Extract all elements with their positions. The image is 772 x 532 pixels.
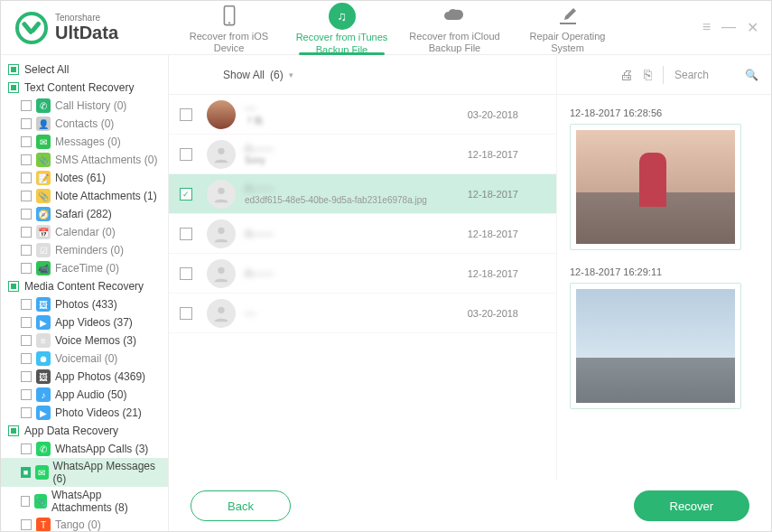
tab-1[interactable]: ♫Recover from iTunes Backup File	[285, 1, 398, 54]
checkbox-icon[interactable]	[21, 299, 32, 310]
checkbox-icon[interactable]	[21, 443, 32, 454]
sidebar-item[interactable]: ✆Call History (0)	[1, 97, 168, 115]
tab-label: Recover from iTunes Backup File	[289, 32, 395, 55]
checkbox-icon[interactable]	[21, 335, 32, 346]
message-row[interactable]: A——12-18-2017	[169, 214, 556, 254]
tab-2[interactable]: Recover from iCloud Backup File	[398, 1, 511, 54]
sidebar-item-label: Voice Memos (3)	[55, 334, 136, 347]
checkbox-icon[interactable]	[180, 148, 192, 161]
app-icon: ▶	[36, 315, 51, 330]
message-row[interactable]: —？我03-20-2018	[169, 95, 556, 135]
row-sub: ？我	[245, 115, 468, 127]
checkbox-icon[interactable]	[8, 82, 19, 93]
checkbox-icon[interactable]	[21, 353, 32, 364]
sidebar-item[interactable]: 📎WhatsApp Attachments (8)	[1, 487, 168, 516]
message-row[interactable]: A——12-18-2017	[169, 254, 556, 294]
checkbox-icon[interactable]: ✓	[180, 188, 192, 201]
checkbox-icon[interactable]	[21, 100, 32, 111]
select-all[interactable]: Select All	[1, 61, 168, 79]
checkbox-icon[interactable]	[21, 136, 32, 147]
checkbox-icon[interactable]	[21, 191, 32, 201]
checkbox-icon[interactable]	[21, 118, 32, 129]
message-row[interactable]: —03-20-2018	[169, 294, 556, 333]
show-all-count: (6)	[270, 69, 284, 81]
row-date: 03-20-2018	[468, 109, 545, 120]
sidebar-item[interactable]: 📹FaceTime (0)	[1, 259, 168, 277]
checkbox-icon[interactable]	[180, 267, 192, 280]
export-icon[interactable]: ⎘	[644, 67, 652, 82]
print-icon[interactable]: 🖨	[619, 67, 633, 82]
sidebar-item[interactable]: ♪App Audio (50)	[1, 386, 168, 404]
group-header[interactable]: Text Content Recovery	[1, 79, 168, 97]
sidebar-item[interactable]: 📎Note Attachments (1)	[1, 187, 168, 205]
app-icon: 🖼	[36, 297, 51, 312]
avatar	[207, 100, 236, 129]
checkbox-icon[interactable]	[180, 307, 192, 320]
preview-image[interactable]	[570, 283, 741, 409]
checkbox-icon[interactable]	[21, 317, 32, 328]
sidebar-item[interactable]: 📝Notes (61)	[1, 169, 168, 187]
sidebar-item-label: Contacts (0)	[55, 117, 114, 130]
app-icon: ✉	[35, 465, 49, 480]
sidebar-item[interactable]: ☑Reminders (0)	[1, 241, 168, 259]
sidebar-item[interactable]: ⏺Voicemail (0)	[1, 350, 168, 368]
checkbox-icon[interactable]	[180, 228, 192, 240]
sidebar-item[interactable]: 📅Calendar (0)	[1, 223, 168, 241]
app-icon: ♪	[36, 387, 51, 402]
sidebar-item[interactable]: 🖼App Photos (4369)	[1, 368, 168, 386]
recover-button[interactable]: Recover	[634, 490, 749, 521]
checkbox-icon[interactable]	[21, 227, 32, 238]
back-button[interactable]: Back	[191, 490, 291, 521]
checkbox-icon[interactable]	[21, 173, 32, 183]
checkbox-icon[interactable]	[21, 245, 32, 256]
group-header[interactable]: App Data Recovery	[1, 422, 168, 440]
sidebar-item[interactable]: ✆WhatsApp Calls (3)	[1, 440, 168, 458]
message-row[interactable]: A——Sony12-18-2017	[169, 135, 556, 174]
preview-image[interactable]	[570, 124, 741, 250]
checkbox-icon[interactable]	[21, 154, 32, 165]
sidebar-item[interactable]: ▶App Videos (37)	[1, 313, 168, 331]
sidebar-item-label: WhatsApp Attachments (8)	[51, 489, 161, 514]
checkbox-icon[interactable]	[21, 263, 32, 274]
checkbox-icon[interactable]: ■	[21, 467, 31, 478]
sidebar-item[interactable]: 📎SMS Attachments (0)	[1, 151, 168, 169]
sidebar-item[interactable]: 🖼Photos (433)	[1, 295, 168, 313]
sidebar-item[interactable]: 🧭Safari (282)	[1, 205, 168, 223]
checkbox-icon[interactable]	[21, 407, 32, 418]
show-all-dropdown[interactable]: Show All (6) ▾	[223, 69, 293, 81]
svg-point-5	[218, 266, 224, 273]
menu-icon[interactable]: ≡	[702, 19, 711, 36]
sidebar-item[interactable]: ≡Voice Memos (3)	[1, 331, 168, 350]
sidebar-item-label: Safari (282)	[55, 208, 112, 220]
app-icon: T	[36, 518, 51, 531]
search-input[interactable]: Search 🔍	[674, 69, 758, 81]
checkbox-icon[interactable]	[21, 389, 32, 400]
minimize-icon[interactable]: —	[721, 19, 736, 36]
preview-timestamp: 12-18-2017 16:29:11	[570, 266, 758, 277]
checkbox-icon[interactable]	[21, 496, 30, 507]
tab-0[interactable]: Recover from iOS Device	[172, 1, 285, 54]
sidebar-item[interactable]: TTango (0)	[1, 516, 168, 531]
checkbox-icon[interactable]	[21, 371, 32, 382]
close-icon[interactable]: ✕	[747, 19, 758, 36]
tab-3[interactable]: Repair Operating System	[511, 1, 624, 54]
tab-label: Recover from iOS Device	[176, 31, 282, 54]
checkbox-icon[interactable]	[8, 281, 19, 292]
checkbox-icon[interactable]	[180, 108, 192, 121]
app-icon: 📎	[36, 189, 51, 203]
group-header[interactable]: Media Content Recovery	[1, 277, 168, 295]
app-icon: 📹	[36, 261, 51, 275]
message-row[interactable]: ✓A——ed3df615-48e5-40be-9d5a-fab231e6978a…	[169, 174, 556, 214]
svg-point-2	[218, 147, 224, 154]
checkbox-icon[interactable]	[21, 519, 32, 530]
app-icon: 🖼	[36, 369, 51, 384]
app-icon: 🧭	[36, 207, 51, 221]
checkbox-icon[interactable]	[21, 209, 32, 219]
sidebar-item[interactable]: ▶Photo Videos (21)	[1, 404, 168, 422]
checkbox-icon[interactable]	[8, 425, 19, 436]
sidebar-item[interactable]: ✉Messages (0)	[1, 133, 168, 151]
checkbox-icon[interactable]	[8, 64, 19, 75]
sidebar-item[interactable]: 👤Contacts (0)	[1, 115, 168, 133]
app-icon: 👤	[36, 117, 51, 131]
sidebar-item[interactable]: ■✉WhatsApp Messages (6)	[1, 458, 168, 487]
